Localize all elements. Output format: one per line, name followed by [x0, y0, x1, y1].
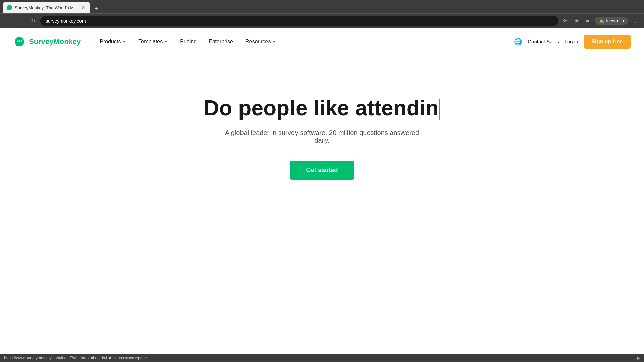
incognito-badge: 🕵 Incognito — [595, 17, 628, 25]
nav-item-products[interactable]: Products ▼ — [94, 36, 131, 47]
logo-text: SurveyMonkey — [29, 37, 81, 46]
globe-icon: 🌐 — [514, 38, 522, 46]
new-tab-button[interactable]: + — [92, 4, 101, 13]
back-button[interactable]: ← — [4, 16, 13, 26]
incognito-icon: 🕵 — [599, 18, 604, 23]
tab-bar: SurveyMonkey: The World's M... ✕ + — [0, 0, 644, 13]
login-button[interactable]: Log in — [565, 39, 578, 44]
tab-close-button[interactable]: ✕ — [80, 5, 86, 11]
resources-chevron-icon: ▼ — [272, 39, 276, 44]
hero-title-text: Do people like attendin — [204, 96, 439, 120]
nav-pricing-label: Pricing — [180, 39, 197, 45]
nav-item-resources[interactable]: Resources ▼ — [240, 36, 281, 47]
text-cursor — [439, 99, 440, 120]
status-bar: https://www.surveymonkey.com/login/?ut_c… — [0, 354, 644, 362]
bookmark-icon[interactable]: ★ — [572, 16, 581, 26]
status-url: https://www.surveymonkey.com/login/?ut_c… — [4, 356, 150, 360]
nav-actions: 🌐 Contact Sales Log in Sign up free — [514, 35, 631, 49]
hero-title: Do people like attendin — [204, 95, 440, 121]
nav-item-templates[interactable]: Templates ▼ — [133, 36, 173, 47]
address-input[interactable] — [40, 16, 558, 26]
nav-templates-label: Templates — [138, 39, 163, 45]
reload-button[interactable]: ↻ — [28, 16, 38, 26]
browser-toolbar: ← → ↻ 👁︎ ★ ■ 🕵 Incognito ⋮ — [0, 13, 644, 28]
signup-button[interactable]: Sign up free — [584, 35, 631, 49]
hero-subtitle: A global leader in survey software. 20 m… — [221, 129, 423, 144]
website: SurveyMonkey Products ▼ Templates ▼ Pric… — [0, 28, 644, 349]
tab-title: SurveyMonkey: The World's M... — [15, 5, 77, 10]
products-chevron-icon: ▼ — [122, 39, 126, 44]
contact-sales-link[interactable]: Contact Sales — [528, 39, 559, 44]
nav-links: Products ▼ Templates ▼ Pricing Enterpris… — [94, 36, 514, 47]
incognito-label: Incognito — [606, 18, 624, 23]
nav-item-pricing[interactable]: Pricing — [175, 36, 202, 47]
nav-resources-label: Resources — [245, 39, 271, 45]
logo-icon — [13, 36, 25, 48]
cta-get-started-button[interactable]: Get started — [290, 161, 354, 180]
tab-favicon — [7, 5, 12, 10]
templates-chevron-icon: ▼ — [164, 39, 168, 44]
nav-item-enterprise[interactable]: Enterprise — [203, 36, 238, 47]
more-menu-button[interactable]: ⋮ — [631, 16, 640, 26]
privacy-eye-icon[interactable]: 👁︎ — [561, 16, 571, 26]
sidebar-icon[interactable]: ■ — [583, 16, 592, 26]
status-arrow-icon: ▶ — [637, 356, 640, 360]
logo-link[interactable]: SurveyMonkey — [13, 36, 81, 48]
browser-chrome: SurveyMonkey: The World's M... ✕ + ← → ↻… — [0, 0, 644, 28]
forward-button[interactable]: → — [16, 16, 25, 26]
main-nav: SurveyMonkey Products ▼ Templates ▼ Pric… — [0, 28, 644, 55]
nav-enterprise-label: Enterprise — [209, 39, 233, 45]
hero-section: Do people like attendin A global leader … — [0, 55, 644, 206]
address-bar-container — [40, 16, 558, 26]
nav-products-label: Products — [100, 39, 121, 45]
toolbar-icons: 👁︎ ★ ■ — [561, 16, 592, 26]
active-tab[interactable]: SurveyMonkey: The World's M... ✕ — [3, 2, 90, 13]
